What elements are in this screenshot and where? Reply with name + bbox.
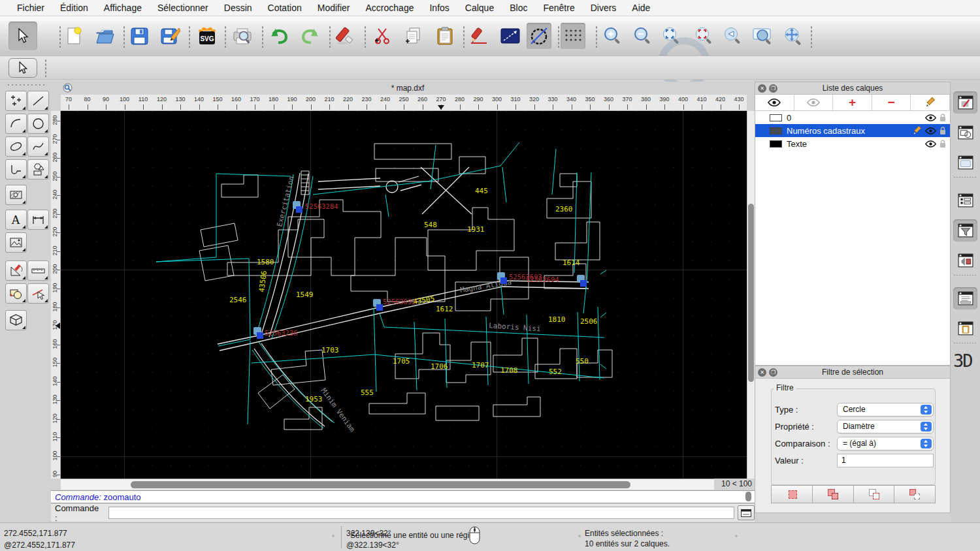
library-browser-panel-toggle[interactable] — [953, 151, 977, 174]
menu-divers[interactable]: Divers — [583, 0, 625, 16]
filter-remove-from-selection-button[interactable] — [854, 486, 895, 503]
add-layer-button[interactable]: + — [833, 95, 872, 110]
menu-selectionner[interactable]: Sélectionner — [150, 0, 216, 16]
cube-tool-button[interactable] — [5, 310, 27, 330]
filter-select-button[interactable] — [772, 486, 813, 503]
circle-tool-button[interactable] — [27, 114, 49, 134]
filter-type-dropdown[interactable]: Cercle — [837, 403, 934, 417]
select-single-button[interactable] — [8, 58, 37, 78]
image-tool-button[interactable] — [5, 232, 27, 253]
selection-handle[interactable] — [580, 280, 587, 287]
close-icon[interactable]: ✕ — [758, 84, 766, 93]
layer-visibility-eye-icon[interactable] — [925, 127, 936, 134]
hide-all-layers-button[interactable] — [794, 95, 834, 110]
svg-export-button[interactable]: SVG — [195, 23, 220, 49]
filter-comparison-dropdown[interactable]: = (égal à) — [837, 437, 934, 450]
selection-handle[interactable] — [257, 332, 263, 339]
line-tool-button[interactable] — [27, 91, 49, 111]
command-keyboard-button[interactable] — [738, 505, 755, 520]
zoom-out-button[interactable] — [630, 23, 655, 49]
menu-modifier[interactable]: Modifier — [310, 0, 358, 16]
command-input[interactable] — [108, 507, 734, 519]
filter-value-input[interactable] — [837, 454, 934, 467]
show-all-layers-button[interactable] — [755, 95, 794, 110]
command-history-scrollbar[interactable] — [744, 491, 753, 503]
redo-button[interactable] — [298, 23, 323, 49]
draw-pencil-button[interactable] — [466, 23, 491, 49]
arc-tool-button[interactable] — [5, 114, 27, 134]
menu-edition[interactable]: Édition — [52, 0, 96, 16]
command-line-panel-toggle[interactable] — [953, 287, 977, 309]
menu-affichage[interactable]: Affichage — [96, 0, 150, 16]
zoom-window-button[interactable] — [750, 23, 775, 49]
drawing-canvas[interactable]: 4452360548193116141580435062546154943505… — [61, 111, 747, 479]
hatch-tool-button[interactable] — [5, 185, 27, 205]
text-tool-button[interactable]: A — [5, 210, 27, 230]
selection-handle[interactable] — [376, 304, 383, 311]
layer-lock-icon[interactable] — [939, 140, 946, 148]
zoom-in-button[interactable] — [600, 23, 625, 49]
filter-add-to-selection-button[interactable] — [813, 486, 854, 503]
open-file-button[interactable] — [93, 23, 118, 49]
menu-calque[interactable]: Calque — [457, 0, 502, 16]
polyline-tool-button[interactable] — [5, 159, 27, 180]
cut-button[interactable] — [370, 23, 395, 49]
save-as-button[interactable] — [158, 23, 183, 49]
palette-handle[interactable] — [7, 84, 47, 86]
scrollbar-thumb[interactable] — [131, 481, 630, 488]
detach-icon[interactable]: ❐ — [769, 368, 777, 377]
selection-handle[interactable] — [500, 277, 507, 284]
layer-row[interactable]: 0 — [755, 111, 950, 124]
print-preview-button[interactable] — [230, 23, 255, 49]
delete-button[interactable] — [333, 23, 358, 49]
menu-accrochage[interactable]: Accrochage — [358, 0, 422, 16]
canvas-horizontal-scrollbar[interactable] — [61, 479, 714, 490]
layer-row[interactable]: Numéros cadastraux — [755, 124, 950, 137]
layer-visibility-eye-icon[interactable] — [925, 114, 936, 121]
menu-cotation[interactable]: Cotation — [260, 0, 310, 16]
dim-tool-button[interactable] — [27, 210, 49, 230]
block-list-panel-toggle[interactable] — [953, 121, 977, 144]
measure-tool-button[interactable] — [27, 260, 49, 281]
select-tool-button[interactable] — [8, 22, 37, 50]
entity-list-panel-toggle[interactable] — [953, 189, 977, 212]
zoom-previous-button[interactable] — [720, 23, 745, 49]
shapes-tool-button[interactable] — [27, 159, 49, 180]
ellipse-tool-button[interactable] — [5, 136, 27, 157]
menu-aide[interactable]: Aide — [624, 0, 658, 16]
filter-select-only-button[interactable] — [894, 486, 935, 503]
grid-toggle-button[interactable] — [561, 23, 585, 49]
layer-lock-icon[interactable] — [939, 114, 946, 122]
layer-visibility-eye-icon[interactable] — [925, 140, 936, 148]
circle-tool-button[interactable] — [527, 23, 551, 49]
layer-row[interactable]: Texte — [755, 137, 950, 150]
paste-button[interactable] — [433, 23, 457, 49]
selectline-tool-button[interactable] — [27, 283, 49, 304]
stepper-icon[interactable] — [921, 422, 932, 432]
line-tool-button[interactable] — [498, 23, 523, 49]
menu-fenetre[interactable]: Fenêtre — [535, 0, 582, 16]
stepper-icon[interactable] — [921, 439, 932, 449]
3d-view-button[interactable]: 3D — [953, 351, 972, 371]
menu-bloc[interactable]: Bloc — [502, 0, 535, 16]
block-tool-button[interactable] — [5, 283, 27, 304]
scrollbar-thumb[interactable] — [748, 204, 754, 382]
filter-property-dropdown[interactable]: Diamètre — [837, 420, 934, 433]
detach-icon[interactable]: ❐ — [769, 84, 777, 93]
menu-infos[interactable]: Infos — [421, 0, 457, 16]
layer-lock-icon[interactable] — [939, 127, 946, 135]
points-tool-button[interactable] — [5, 91, 27, 111]
inspector-panel-toggle[interactable] — [953, 249, 977, 272]
selection-handle[interactable] — [296, 206, 302, 213]
menu-fichier[interactable]: Fichier — [9, 0, 52, 16]
canvas-vertical-scrollbar[interactable] — [747, 111, 755, 479]
scrollbar-thumb[interactable] — [745, 492, 751, 501]
save-button[interactable] — [127, 23, 152, 49]
selection-filter-panel-toggle[interactable] — [953, 219, 977, 242]
zoom-selected-button[interactable] — [691, 23, 716, 49]
spline-tool-button[interactable] — [27, 136, 49, 157]
stepper-icon[interactable] — [921, 405, 932, 415]
close-icon[interactable]: ✕ — [758, 368, 766, 377]
remove-layer-button[interactable]: − — [872, 95, 911, 110]
pan-button[interactable] — [780, 23, 805, 49]
